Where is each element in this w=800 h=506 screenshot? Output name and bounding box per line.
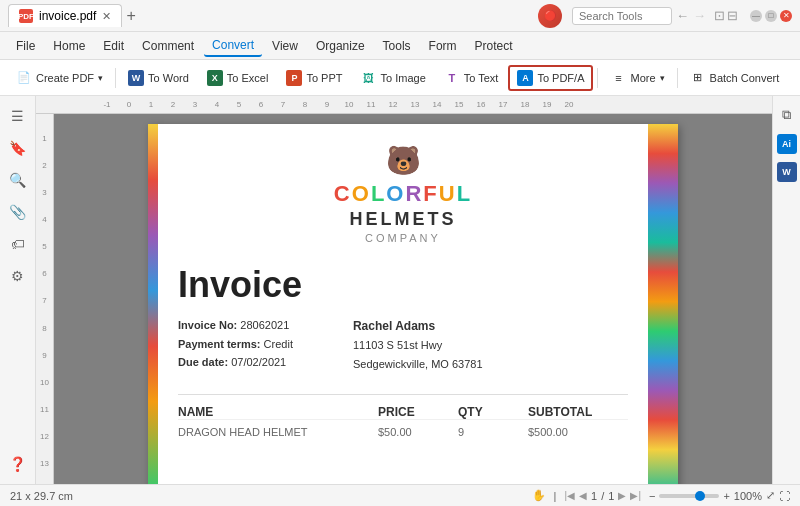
main-layout: ☰ 🔖 🔍 📎 🏷 ⚙ ❓ -1 0 1 2 3 4 5 6 7 8 9 10 … (0, 96, 800, 484)
to-excel-button[interactable]: X To Excel (199, 66, 277, 90)
divider3 (677, 68, 678, 88)
ruler-mark: 9 (316, 100, 338, 109)
to-pdfa-label: To PDF/A (537, 72, 584, 84)
menu-edit[interactable]: Edit (95, 36, 132, 56)
more-button[interactable]: ≡ More ▾ (602, 66, 672, 90)
page-separator: / (601, 490, 604, 502)
ruler-mark: 16 (470, 100, 492, 109)
sidebar-menu-icon[interactable]: ☰ (6, 104, 30, 128)
to-image-button[interactable]: 🖼 To Image (353, 66, 434, 90)
invoice-right-details: Rachel Adams 11103 S 51st Hwy Sedgewickv… (353, 316, 483, 374)
forward-nav[interactable]: → (693, 8, 706, 23)
sidebar-search-icon[interactable]: 🔍 (6, 168, 30, 192)
row-qty: 9 (458, 426, 528, 438)
search-tools-area: 🔴 ← → (538, 4, 706, 28)
to-ppt-button[interactable]: P To PPT (278, 66, 350, 90)
ppt-icon: P (286, 70, 302, 86)
last-page-btn[interactable]: ▶| (630, 490, 641, 501)
ruler-mark: 14 (426, 100, 448, 109)
status-icon-hand[interactable]: ✋ (532, 489, 546, 502)
ruler-mark: 1 (140, 100, 162, 109)
window-minimize[interactable]: — (750, 10, 762, 22)
right-icon-ai[interactable]: Ai (777, 134, 797, 154)
menu-home[interactable]: Home (45, 36, 93, 56)
menu-convert[interactable]: Convert (204, 35, 262, 57)
page-scroll-area[interactable]: 🐻 COLORFUL HELMETS COMPANY Invoice (54, 114, 772, 484)
vertical-ruler: 1 2 3 4 5 6 7 8 9 10 11 12 13 (36, 114, 54, 484)
active-tab[interactable]: PDF invoice.pdf ✕ (8, 4, 122, 27)
recipient-address2: Sedgewickville, MO 63781 (353, 358, 483, 370)
row-subtotal: $500.00 (528, 426, 628, 438)
sidebar-layer-icon[interactable]: 🏷 (6, 232, 30, 256)
invoice-no-label: Invoice No: (178, 319, 237, 331)
v-ruler-mark: 5 (36, 240, 53, 267)
document-area: -1 0 1 2 3 4 5 6 7 8 9 10 11 12 13 14 15… (36, 96, 772, 484)
search-tools-input[interactable] (572, 7, 672, 25)
first-page-btn[interactable]: |◀ (564, 490, 575, 501)
to-word-button[interactable]: W To Word (120, 66, 197, 90)
ruler-mark: 12 (382, 100, 404, 109)
right-icon-word[interactable]: W (777, 162, 797, 182)
tab-close-button[interactable]: ✕ (102, 10, 111, 23)
col-header-name: NAME (178, 405, 378, 419)
to-text-button[interactable]: T To Text (436, 66, 507, 90)
zoom-out-btn[interactable]: − (649, 490, 655, 502)
row-name: DRAGON HEAD HELMET (178, 426, 378, 438)
create-pdf-button[interactable]: 📄 Create PDF ▾ (8, 66, 111, 90)
toolbar: 📄 Create PDF ▾ W To Word X To Excel P To… (0, 60, 800, 96)
col-header-qty: QTY (458, 405, 528, 419)
ruler-mark: 11 (360, 100, 382, 109)
batch-convert-label: Batch Convert (710, 72, 780, 84)
more-icon: ≡ (610, 70, 626, 86)
col-header-price: PRICE (378, 405, 458, 419)
window-close[interactable]: ✕ (780, 10, 792, 22)
window-icon1: ⊡ (714, 8, 725, 23)
tab-filename: invoice.pdf (39, 9, 96, 23)
sidebar-attachment-icon[interactable]: 📎 (6, 200, 30, 224)
divider1 (115, 68, 116, 88)
prev-page-btn[interactable]: ◀ (579, 490, 587, 501)
divider2 (597, 68, 598, 88)
more-label: More (630, 72, 655, 84)
user-avatar[interactable]: 🔴 (538, 4, 562, 28)
image-icon: 🖼 (361, 70, 377, 86)
menu-file[interactable]: File (8, 36, 43, 56)
to-pdfa-button[interactable]: A To PDF/A (508, 65, 593, 91)
horizontal-ruler: -1 0 1 2 3 4 5 6 7 8 9 10 11 12 13 14 15… (36, 96, 772, 114)
ruler-mark: 3 (184, 100, 206, 109)
fit-width-btn[interactable]: ⤢ (766, 489, 775, 502)
menu-organize[interactable]: Organize (308, 36, 373, 56)
sidebar-help-icon[interactable]: ❓ (6, 452, 30, 476)
right-icon-grid[interactable]: ⧉ (776, 104, 798, 126)
zoom-slider[interactable] (659, 494, 719, 498)
company-name-helmets: HELMETS (178, 209, 628, 230)
company-logo: 🐻 COLORFUL HELMETS COMPANY (178, 144, 628, 244)
status-icon-select[interactable]: | (554, 490, 557, 502)
zoom-in-btn[interactable]: + (723, 490, 729, 502)
menu-comment[interactable]: Comment (134, 36, 202, 56)
back-nav[interactable]: ← (676, 8, 689, 23)
sidebar-bookmark-icon[interactable]: 🔖 (6, 136, 30, 160)
batch-convert-button[interactable]: ⊞ Batch Convert (682, 66, 788, 90)
menu-form[interactable]: Form (421, 36, 465, 56)
excel-icon: X (207, 70, 223, 86)
v-ruler-mark: 10 (36, 376, 53, 403)
ruler-mark: 15 (448, 100, 470, 109)
add-tab-button[interactable]: + (126, 7, 135, 25)
batch-icon: ⊞ (690, 70, 706, 86)
sidebar-settings-icon[interactable]: ⚙ (6, 264, 30, 288)
due-label: Due date: (178, 356, 228, 368)
window-maximize[interactable]: □ (765, 10, 777, 22)
menu-protect[interactable]: Protect (467, 36, 521, 56)
v-ruler-mark: 1 (36, 132, 53, 159)
menu-tools[interactable]: Tools (375, 36, 419, 56)
ruler-mark: 7 (272, 100, 294, 109)
zoom-thumb (695, 491, 705, 501)
next-page-btn[interactable]: ▶ (618, 490, 626, 501)
invoice-title: Invoice (178, 264, 628, 306)
text-icon: T (444, 70, 460, 86)
ruler-mark: 4 (206, 100, 228, 109)
fullscreen-btn[interactable]: ⛶ (779, 490, 790, 502)
ruler-mark: 20 (558, 100, 580, 109)
menu-view[interactable]: View (264, 36, 306, 56)
